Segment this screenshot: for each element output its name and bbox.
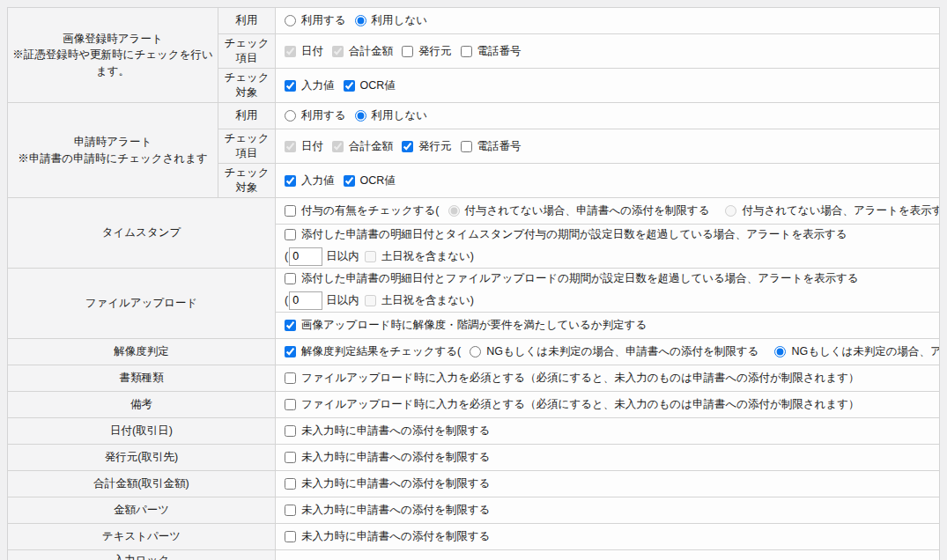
input-value-checkbox[interactable] — [285, 80, 296, 92]
radio-label: 利用する — [301, 108, 346, 123]
section-title: 書類種類 — [11, 370, 271, 386]
resolution-check-checkbox[interactable] — [285, 346, 296, 357]
image-alert-use-sublabel: 利用 — [218, 8, 276, 34]
timestamp-alert-radio[interactable] — [725, 205, 736, 217]
radio-label: 付与されてない場合、アラートを表示する) — [742, 203, 939, 218]
resolution-check-option[interactable]: 解像度判定結果をチェックする( — [285, 344, 461, 359]
amount-parts-restrict-option[interactable]: 未入力時に申請書への添付を制限する — [285, 503, 490, 518]
image-alert-target-input-option[interactable]: 入力値 — [285, 78, 335, 93]
ocr-value-checkbox[interactable] — [344, 175, 355, 187]
timestamp-days-input[interactable] — [289, 247, 322, 266]
table-row: 金額パーツ 未入力時に申請書への添付を制限する — [8, 497, 940, 524]
resolution-alert-radio[interactable] — [774, 346, 786, 357]
table-row: 申請時アラート ※申請書の申請時にチェックされます 利用 利用する 利用しない — [8, 103, 940, 129]
phone-checkbox[interactable] — [461, 46, 472, 57]
image-alert-item-date-option[interactable]: 日付 — [285, 44, 323, 59]
application-alert-item-phone-option[interactable]: 電話番号 — [461, 139, 522, 154]
table-row: 発行元(取引先) 未入力時に申請書への添付を制限する — [8, 445, 940, 471]
timestamp-period-check-option[interactable]: 添付した申請書の明細日付とタイムスタンプ付与の期間が設定日数を超過している場合、… — [285, 227, 847, 242]
file-upload-days-input[interactable] — [289, 291, 322, 310]
image-alert-use-yes-option[interactable]: 利用する — [285, 13, 346, 28]
timestamp-alert-option[interactable]: 付与されてない場合、アラートを表示する) — [725, 203, 939, 218]
file-upload-period-check-option[interactable]: 添付した申請書の明細日付とファイルアップロードの期間が設定日数を超過している場合… — [285, 271, 859, 286]
timestamp-presence-check-option[interactable]: 付与の有無をチェックする( — [285, 203, 440, 218]
application-alert-items-sublabel: チェック項目 — [218, 129, 276, 164]
holiday-exclude-checkbox[interactable] — [365, 251, 376, 262]
application-alert-targets-sublabel: チェック対象 — [218, 164, 276, 198]
resolution-alert-option[interactable]: NGもしくは未判定の場合、アラートを表示する) — [774, 344, 939, 359]
section-note: ※証憑登録時や更新時にチェックを行います。 — [11, 47, 214, 78]
timestamp-holiday-option[interactable]: 土日祝を含まない) — [365, 249, 474, 264]
checkbox-label: 日付 — [301, 139, 323, 154]
date-field-restrict-checkbox[interactable] — [285, 425, 296, 437]
image-alert-use-no-option[interactable]: 利用しない — [355, 13, 427, 28]
text-parts-restrict-checkbox[interactable] — [285, 531, 296, 542]
image-alert-target-ocr-option[interactable]: OCR値 — [344, 78, 396, 93]
issuer-field-restrict-checkbox[interactable] — [285, 452, 296, 463]
image-alert-use-no-radio[interactable] — [355, 15, 366, 26]
image-alert-use-yes-radio[interactable] — [285, 15, 296, 26]
remarks-required-checkbox[interactable] — [285, 399, 296, 410]
resolution-restrict-option[interactable]: NGもしくは未判定の場合、申請書への添付を制限する — [470, 344, 758, 359]
issuer-checkbox[interactable] — [402, 141, 413, 152]
issuer-field-restrict-option[interactable]: 未入力時に申請書への添付を制限する — [285, 450, 490, 465]
image-alert-targets-sublabel: チェック対象 — [218, 69, 276, 103]
application-alert-use-no-option[interactable]: 利用しない — [355, 108, 427, 123]
application-alert-use-yes-option[interactable]: 利用する — [285, 108, 346, 123]
text-parts-restrict-option[interactable]: 未入力時に申請書への添付を制限する — [285, 529, 490, 544]
image-alert-item-phone-option[interactable]: 電話番号 — [461, 44, 522, 59]
application-alert-target-ocr-option[interactable]: OCR値 — [344, 173, 396, 188]
application-alert-item-date-option[interactable]: 日付 — [285, 139, 323, 154]
application-alert-use-no-radio[interactable] — [355, 110, 366, 122]
checkbox-label: 解像度判定結果をチェックする( — [301, 344, 461, 359]
doc-type-required-checkbox[interactable] — [285, 372, 296, 384]
image-alert-row-label: 画像登録時アラート ※証憑登録時や更新時にチェックを行います。 — [8, 8, 218, 103]
image-alert-item-issuer-option[interactable]: 発行元 — [402, 44, 452, 59]
application-alert-target-input-option[interactable]: 入力値 — [285, 173, 335, 188]
checkbox-label: OCR値 — [360, 173, 396, 188]
image-alert-item-total-option[interactable]: 合計金額 — [332, 44, 393, 59]
ocr-value-checkbox[interactable] — [344, 80, 355, 92]
application-alert-item-total-option[interactable]: 合計金額 — [332, 139, 393, 154]
timestamp-restrict-option[interactable]: 付与されてない場合、申請書への添付を制限する — [448, 203, 710, 218]
date-checkbox[interactable] — [285, 46, 296, 57]
amount-field-restrict-option[interactable]: 未入力時に申請書への添付を制限する — [285, 476, 490, 491]
verification-settings-table: 画像登録時アラート ※証憑登録時や更新時にチェックを行います。 利用 利用する … — [7, 7, 940, 560]
table-row: ファイルアップロード 添付した申請書の明細日付とファイルアップロードの期間が設定… — [8, 269, 940, 313]
table-row: テキストパーツ 未入力時に申請書への添付を制限する — [8, 524, 940, 550]
date-checkbox[interactable] — [285, 141, 296, 152]
amount-field-restrict-checkbox[interactable] — [285, 478, 296, 490]
input-lock-row-label: 入力ロック ※各証憑の入力ロックを変更できるようになります。 — [8, 550, 276, 560]
total-amount-checkbox[interactable] — [332, 46, 344, 57]
timestamp-restrict-radio[interactable] — [448, 205, 460, 217]
issuer-checkbox[interactable] — [402, 46, 413, 57]
file-upload-holiday-option[interactable]: 土日祝を含まない) — [365, 293, 474, 308]
holiday-exclude-checkbox[interactable] — [365, 295, 376, 306]
doc-type-required-option[interactable]: ファイルアップロード時に入力を必須とする（必須にすると、未入力のものは申請書への… — [285, 371, 860, 386]
amount-field-row-label: 合計金額(取引金額) — [8, 471, 276, 497]
application-alert-use-yes-radio[interactable] — [285, 110, 296, 122]
resolution-judge-checkbox[interactable] — [285, 320, 296, 331]
radio-label: 利用しない — [372, 108, 427, 123]
remarks-required-option[interactable]: ファイルアップロード時に入力を必須とする（必須にすると、未入力のものは申請書への… — [285, 397, 860, 412]
resolution-restrict-radio[interactable] — [470, 346, 481, 357]
amount-parts-restrict-checkbox[interactable] — [285, 505, 296, 516]
table-row: 入力ロック ※各証憑の入力ロックを変更できるようになります。 変更を許可しない … — [8, 550, 940, 560]
file-upload-period-checkbox[interactable] — [285, 273, 296, 284]
application-alert-item-issuer-option[interactable]: 発行元 — [402, 139, 452, 154]
section-title: タイムスタンプ — [11, 225, 271, 240]
date-field-restrict-option[interactable]: 未入力時に申請書への添付を制限する — [285, 424, 490, 438]
radio-label: NGもしくは未判定の場合、アラートを表示する) — [791, 344, 939, 359]
file-upload-resolution-judge-option[interactable]: 画像アップロード時に解像度・階調が要件を満たしているか判定する — [285, 318, 647, 333]
total-amount-checkbox[interactable] — [332, 141, 344, 152]
input-value-checkbox[interactable] — [285, 175, 296, 187]
timestamp-period-checkbox[interactable] — [285, 229, 296, 240]
section-title: 画像登録時アラート — [11, 31, 214, 47]
doc-type-row-label: 書類種類 — [8, 365, 276, 392]
section-title: 日付(取引日) — [11, 423, 271, 438]
timestamp-presence-checkbox[interactable] — [285, 205, 296, 217]
paren-open: ( — [285, 250, 288, 262]
checkbox-label: 土日祝を含まない) — [381, 293, 474, 308]
phone-checkbox[interactable] — [461, 141, 472, 152]
checkbox-label: 未入力時に申請書への添付を制限する — [301, 450, 490, 465]
